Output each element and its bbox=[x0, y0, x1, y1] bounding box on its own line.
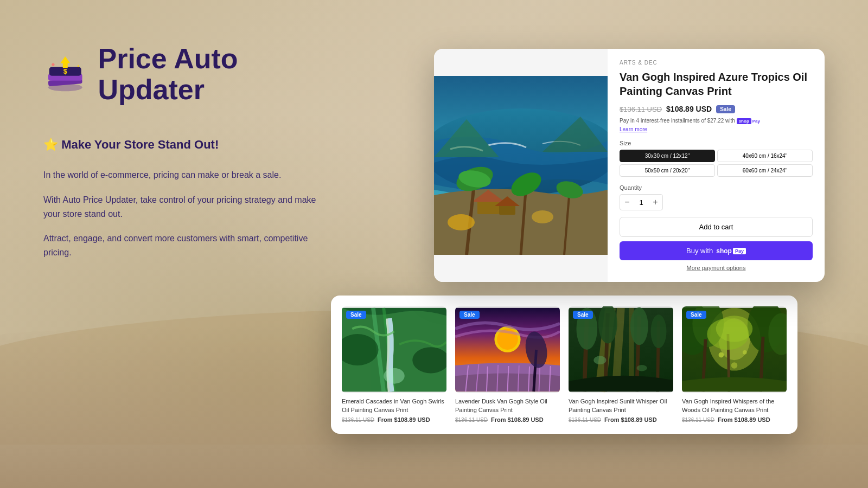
svg-point-67 bbox=[719, 352, 724, 358]
grid-item-prices-3: $136.11 USD From $108.89 USD bbox=[569, 416, 673, 423]
grid-sale-price-2: From $108.89 USD bbox=[491, 416, 544, 423]
grid-sale-price-3: From $108.89 USD bbox=[604, 416, 657, 423]
grid-painting-3 bbox=[569, 306, 673, 393]
product-name: Van Gogh Inspired Azure Tropics Oil Pain… bbox=[620, 70, 813, 98]
quantity-decrease-button[interactable]: − bbox=[620, 195, 634, 210]
svg-rect-10 bbox=[477, 201, 499, 214]
left-panel: $ Price Auto Updater ⭐ Make Your Store S… bbox=[43, 33, 326, 270]
grid-sale-price-1: From $108.89 USD bbox=[378, 416, 430, 423]
more-payment-options[interactable]: More payment options bbox=[620, 265, 813, 271]
tagline-text: Make Your Store Stand Out! bbox=[61, 138, 219, 151]
grid-sale-badge-2: Sale bbox=[459, 311, 480, 319]
app-title: Price Auto Updater bbox=[98, 43, 326, 105]
right-panel: ARTS & DEC Van Gogh Inspired Azure Tropi… bbox=[347, 33, 825, 455]
grid-item-prices-4: $136.11 USD From $108.89 USD bbox=[682, 416, 787, 423]
quantity-value: 1 bbox=[634, 198, 648, 207]
svg-point-28 bbox=[384, 368, 405, 384]
quantity-increase-button[interactable]: + bbox=[648, 195, 662, 210]
svg-point-50 bbox=[630, 307, 648, 345]
grid-painting-1 bbox=[342, 306, 446, 393]
grid-item-name-4: Van Gogh Inspired Whispers of the Woods … bbox=[682, 397, 787, 414]
size-options: 30x30 cm / 12x12" 40x60 cm / 16x24" 50x5… bbox=[620, 150, 813, 177]
grid-item-name-1: Emerald Cascades in Van Gogh Swirls Oil … bbox=[342, 397, 446, 414]
grid-item-prices-2: $136.11 USD From $108.89 USD bbox=[455, 416, 560, 423]
grid-item-2: Sale bbox=[455, 306, 560, 423]
learn-more-link[interactable]: Learn more bbox=[620, 126, 813, 132]
description-paragraph-3: Attract, engage, and convert more custom… bbox=[43, 232, 326, 259]
size-btn-3[interactable]: 50x50 cm / 20x20" bbox=[620, 164, 715, 177]
grid-original-price-1: $136.11 USD bbox=[342, 417, 374, 423]
quantity-row: − 1 + bbox=[620, 194, 663, 210]
grid-item-prices-1: $136.11 USD From $108.89 USD bbox=[342, 416, 446, 423]
size-label: Size bbox=[620, 140, 813, 146]
installment-text: Pay in 4 interest-free installments of $… bbox=[620, 118, 813, 124]
size-btn-1[interactable]: 30x30 cm / 12x12" bbox=[620, 150, 715, 162]
product-grid-card: Sale bbox=[331, 296, 797, 434]
sale-badge: Sale bbox=[716, 105, 735, 113]
quantity-label: Quantity bbox=[620, 184, 813, 191]
shop-pay-button-logo: shopPay bbox=[716, 247, 746, 255]
svg-point-68 bbox=[743, 350, 747, 355]
grid-painting-2 bbox=[455, 306, 560, 393]
svg-point-52 bbox=[651, 315, 667, 349]
shop-pay-installment-logo: shopPay bbox=[737, 118, 760, 124]
grid-sale-badge-4: Sale bbox=[686, 311, 706, 319]
product-info: ARTS & DEC Van Gogh Inspired Azure Tropi… bbox=[608, 49, 825, 282]
description-block: In the world of e-commerce, pricing can … bbox=[43, 168, 326, 259]
svg-point-21 bbox=[448, 214, 475, 230]
price-row: $136.11 USD $108.89 USD Sale bbox=[620, 105, 813, 113]
product-detail-card: ARTS & DEC Van Gogh Inspired Azure Tropi… bbox=[434, 49, 825, 282]
tagline-emoji: ⭐ bbox=[43, 138, 58, 151]
svg-point-22 bbox=[532, 210, 553, 223]
svg-point-69 bbox=[731, 362, 738, 369]
product-category: ARTS & DEC bbox=[620, 60, 813, 66]
svg-point-54 bbox=[636, 365, 647, 371]
size-btn-2[interactable]: 40x60 cm / 16x24" bbox=[717, 150, 813, 162]
tagline: ⭐ Make Your Store Stand Out! bbox=[43, 138, 326, 152]
svg-point-6 bbox=[52, 63, 54, 66]
svg-point-66 bbox=[716, 316, 753, 342]
product-grid: Sale bbox=[342, 306, 787, 423]
svg-point-53 bbox=[593, 356, 606, 364]
grid-item-image-1: Sale bbox=[342, 306, 446, 393]
grid-item-image-3: Sale bbox=[569, 306, 673, 393]
svg-point-7 bbox=[78, 65, 80, 67]
original-price: $136.11 USD bbox=[620, 105, 662, 113]
grid-item-name-2: Lavender Dusk Van Gogh Style Oil Paintin… bbox=[455, 397, 560, 414]
svg-marker-5 bbox=[60, 56, 70, 68]
description-paragraph-2: With Auto Price Updater, take control of… bbox=[43, 193, 326, 221]
sale-price: $108.89 USD bbox=[666, 105, 712, 113]
grid-item-name-3: Van Gogh Inspired Sunlit Whisper Oil Pai… bbox=[569, 397, 673, 414]
grid-original-price-3: $136.11 USD bbox=[569, 417, 601, 423]
grid-sale-badge-3: Sale bbox=[573, 311, 593, 319]
grid-original-price-4: $136.11 USD bbox=[682, 417, 714, 423]
grid-sale-price-4: From $108.89 USD bbox=[718, 416, 770, 423]
app-logo-icon: $ bbox=[43, 50, 87, 99]
add-to-cart-button[interactable]: Add to cart bbox=[620, 217, 813, 237]
grid-item-1: Sale bbox=[342, 306, 446, 423]
size-btn-4[interactable]: 60x60 cm / 24x24" bbox=[717, 164, 813, 177]
description-paragraph-1: In the world of e-commerce, pricing can … bbox=[43, 168, 326, 182]
grid-item-4: Sale bbox=[682, 306, 787, 423]
buy-with-shop-pay-button[interactable]: Buy with shopPay bbox=[620, 241, 813, 260]
logo-area: $ Price Auto Updater bbox=[43, 43, 326, 105]
grid-painting-4 bbox=[682, 306, 787, 393]
grid-item-image-4: Sale bbox=[682, 306, 787, 393]
product-image-area bbox=[434, 49, 608, 282]
grid-original-price-2: $136.11 USD bbox=[455, 417, 488, 423]
grid-item-image-2: Sale bbox=[455, 306, 560, 393]
grid-sale-badge-1: Sale bbox=[346, 311, 366, 319]
product-main-painting bbox=[434, 76, 608, 255]
grid-item-3: Sale bbox=[569, 306, 673, 423]
svg-text:$: $ bbox=[63, 68, 67, 75]
svg-rect-12 bbox=[499, 205, 515, 215]
